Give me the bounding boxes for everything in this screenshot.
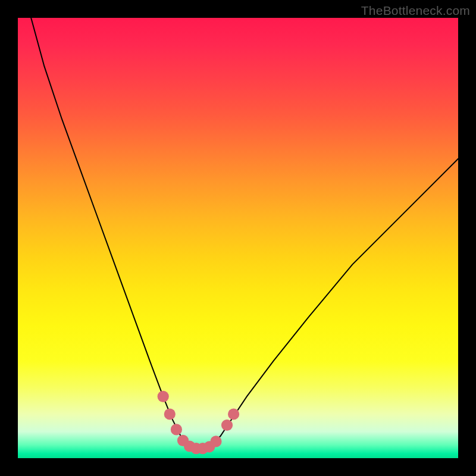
- marker-dot: [228, 408, 239, 419]
- marker-dots: [158, 391, 240, 455]
- marker-dot: [164, 408, 176, 419]
- marker-dot: [221, 419, 233, 431]
- chart-overlay: [18, 18, 458, 458]
- marker-dot: [171, 424, 182, 435]
- curve-line: [31, 18, 458, 449]
- marker-dot: [210, 436, 221, 447]
- marker-dot: [158, 391, 169, 402]
- watermark: TheBottleneck.com: [361, 4, 470, 18]
